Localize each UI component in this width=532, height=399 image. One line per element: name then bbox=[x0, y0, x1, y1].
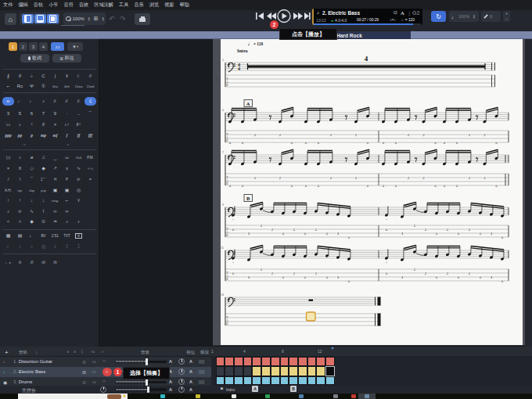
palette-octave-down-icon[interactable]: 8vb bbox=[61, 82, 73, 91]
timeline-cell-track2-m3[interactable] bbox=[234, 366, 243, 376]
palette-sextuplet-icon[interactable]: 6 bbox=[26, 110, 38, 118]
palette-notation-view-icon[interactable]: ♩ bbox=[26, 232, 38, 240]
timeline-cell-track3-m10[interactable] bbox=[298, 376, 307, 386]
dock-app-white[interactable] bbox=[232, 394, 236, 398]
timeline-cell-track3-m2[interactable] bbox=[225, 376, 234, 386]
palette-fretboard-view-icon[interactable]: ▦ bbox=[2, 232, 14, 240]
timeline-cell-track1-m7[interactable] bbox=[271, 357, 280, 367]
palette-double-sharp-icon[interactable]: × bbox=[49, 120, 61, 129]
page-view-button[interactable] bbox=[22, 14, 34, 23]
palette-let-ring-icon[interactable]: let bbox=[61, 153, 73, 162]
timeline-cell-track1-m8[interactable] bbox=[280, 357, 289, 367]
palette-hammer-on-icon[interactable]: ⌒ bbox=[26, 175, 38, 184]
palette-tap-icon[interactable]: tap bbox=[14, 186, 26, 195]
palette-artificial-harmonic-label-icon[interactable]: A.H. bbox=[2, 186, 14, 195]
timeline-cell-track2-m13[interactable] bbox=[325, 366, 335, 376]
timeline-cell-track1-m6[interactable] bbox=[261, 357, 271, 367]
goto-start-icon[interactable]: |← bbox=[81, 350, 86, 354]
timeline-cell-track1-m4[interactable] bbox=[243, 357, 253, 367]
palette-automation1-icon[interactable]: ♬ bbox=[2, 243, 14, 251]
menu-4[interactable]: 音符 bbox=[64, 2, 74, 9]
palette-trill2-icon[interactable]: tr bbox=[14, 207, 26, 216]
visibility-icon[interactable]: ⊙ bbox=[82, 379, 86, 385]
timeline-cell-track3-m7[interactable] bbox=[271, 376, 280, 386]
menu-10[interactable]: 视窗 bbox=[164, 2, 174, 9]
menu-1[interactable]: 编辑 bbox=[18, 2, 27, 9]
palette-arpeggio-icon[interactable]: ♪ bbox=[2, 207, 14, 216]
palette-loop-icon[interactable]: ∞ bbox=[49, 207, 61, 216]
palette-slap-icon[interactable]: slap bbox=[26, 186, 38, 195]
volume-auto-label[interactable]: A bbox=[169, 379, 172, 384]
skip-end-button[interactable] bbox=[304, 13, 311, 20]
pan-knob[interactable] bbox=[178, 368, 185, 375]
palette-desc-icon[interactable]: ↧ bbox=[73, 243, 84, 251]
dock-active-slot[interactable] bbox=[358, 394, 376, 399]
palette-instrument-chart3-icon[interactable]: ılıl bbox=[38, 258, 49, 267]
timeline-cell-track3-m3[interactable] bbox=[234, 376, 243, 386]
timeline-cell-track2-m11[interactable] bbox=[307, 366, 317, 376]
palette-dead-note-icon[interactable]: × bbox=[2, 164, 14, 173]
palette-fff-dynamic-icon[interactable]: fff bbox=[84, 131, 96, 140]
master-volume-auto[interactable]: A bbox=[169, 387, 172, 392]
palette-artificial-harmonic-icon[interactable]: ◆ bbox=[38, 164, 49, 173]
menu-0[interactable]: 文件 bbox=[3, 2, 13, 9]
palette-free-time-icon[interactable]: Rc bbox=[14, 82, 26, 91]
palette-wah-icon[interactable]: ∿ bbox=[26, 207, 38, 216]
palette-golpe-icon[interactable]: ◎ bbox=[73, 186, 84, 195]
score-area[interactable]: ♩= 120Introdist.TAB1444TAB5A002200022000… bbox=[213, 39, 525, 347]
menu-3[interactable]: 小节 bbox=[49, 2, 58, 9]
palette-flat-icon[interactable]: ♭ bbox=[14, 120, 26, 129]
add-track-button[interactable]: + bbox=[5, 349, 9, 356]
timeline-cell-track1-m9[interactable] bbox=[289, 357, 298, 367]
dock-app-green[interactable] bbox=[265, 394, 270, 398]
palette-key-signature-sharp-icon[interactable]: ♯ bbox=[14, 72, 26, 81]
palette-left-hand-mute-icon[interactable]: ▣ bbox=[49, 186, 61, 195]
palette-mix-view-icon[interactable]: ▥ bbox=[38, 243, 49, 251]
rewind-button[interactable] bbox=[267, 13, 276, 20]
palette-instrument-chart4-icon[interactable]: ıllı bbox=[49, 258, 61, 267]
dock-app-yellow[interactable] bbox=[196, 394, 200, 398]
palette-grace-before-beat-icon[interactable]: ♪ bbox=[14, 153, 26, 162]
palette-upstroke-icon[interactable]: ↑ bbox=[2, 196, 14, 205]
palette-grid-view-icon[interactable]: ⌗ bbox=[26, 243, 38, 251]
master-volume-slider[interactable] bbox=[115, 388, 167, 391]
palette-natural-icon[interactable]: ♮ bbox=[26, 120, 38, 129]
solo-all-icon[interactable]: ∩ bbox=[101, 349, 104, 354]
palette-double-flat-icon[interactable]: ♭♭ bbox=[2, 120, 14, 129]
score-ruler[interactable] bbox=[0, 31, 532, 39]
palette-automation2-icon[interactable]: ♫ bbox=[14, 243, 26, 251]
menu-11[interactable]: 帮助 bbox=[180, 2, 189, 9]
multivoice-button[interactable]: ♪♪ bbox=[51, 42, 64, 51]
timeline-cell-track3-m6[interactable] bbox=[261, 376, 271, 386]
palette-triplet-icon[interactable]: 3 bbox=[2, 110, 14, 118]
pan-auto-label[interactable]: A bbox=[189, 359, 192, 364]
timeline-cell-track3-m5[interactable] bbox=[252, 376, 261, 386]
dock-app-red[interactable] bbox=[351, 394, 356, 398]
mute-icon[interactable]: ◁ₓ bbox=[92, 359, 96, 364]
palette-whole-note-icon[interactable]: o bbox=[2, 97, 14, 106]
palette-pedal-icon[interactable]: Ped bbox=[73, 153, 84, 162]
tuning-fork-icon[interactable]: A bbox=[401, 10, 404, 16]
palette-ff-dynamic-icon[interactable]: ff bbox=[73, 131, 84, 140]
palette-upstroke-slow-icon[interactable]: ↑ bbox=[14, 196, 26, 205]
selection-cursor[interactable] bbox=[307, 312, 316, 321]
palette-tremolo-icon[interactable]: ≈ bbox=[84, 175, 96, 184]
visibility-icon[interactable]: ⊙ bbox=[82, 369, 86, 375]
menu-5[interactable]: 音效 bbox=[79, 2, 88, 9]
palette-clef-icon[interactable]: ∮ bbox=[2, 72, 14, 81]
section-marker-B[interactable]: B bbox=[290, 386, 297, 392]
timeline-cell-track3-m1[interactable] bbox=[216, 376, 225, 386]
volume-slider[interactable] bbox=[115, 361, 167, 364]
section-marker-A[interactable]: A bbox=[252, 386, 258, 392]
timeline-cell-track2-m1[interactable] bbox=[216, 366, 225, 376]
palette-vibrato-icon[interactable]: ∿ bbox=[73, 164, 84, 173]
collapse-icon[interactable]: ∨ bbox=[66, 350, 69, 354]
palette-quarter-note-icon[interactable]: ♩ bbox=[26, 97, 38, 106]
palette-mp-dynamic-icon[interactable]: mp bbox=[38, 131, 49, 140]
timeline-cell-track3-m9[interactable] bbox=[289, 376, 298, 386]
palette-rolled-chord-icon[interactable]: ♫ bbox=[38, 153, 49, 162]
volume-auto-label[interactable]: A bbox=[169, 359, 172, 364]
palette-trill-icon[interactable]: tr bbox=[73, 175, 84, 184]
palette-text-tool-icon[interactable]: TXT bbox=[61, 232, 73, 240]
palette-pp-dynamic-icon[interactable]: pp bbox=[14, 131, 26, 140]
